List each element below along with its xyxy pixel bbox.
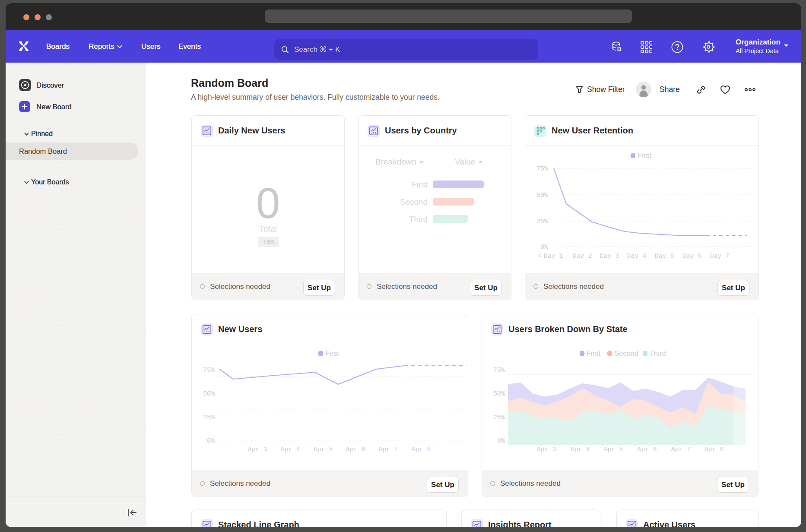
svg-text:Apr 5: Apr 5 [603, 446, 623, 453]
svg-text:First: First [587, 349, 600, 357]
svg-text:Apr 5: Apr 5 [313, 446, 333, 453]
svg-text:Apr 8: Apr 8 [411, 446, 431, 453]
svg-text:Apr 4: Apr 4 [280, 446, 300, 453]
svg-text:Apr 7: Apr 7 [671, 446, 690, 453]
svg-text:Apr 3: Apr 3 [536, 446, 556, 453]
svg-text:Day 6: Day 6 [682, 253, 701, 260]
svg-text:0%: 0% [540, 244, 549, 251]
svg-text:75%: 75% [536, 165, 549, 173]
svg-text:Apr 8: Apr 8 [704, 446, 723, 453]
svg-text:50%: 50% [493, 390, 505, 398]
svg-text:0%: 0% [497, 437, 505, 445]
svg-text:Apr 3: Apr 3 [248, 446, 267, 453]
svg-text:75%: 75% [203, 367, 215, 374]
svg-text:25%: 25% [493, 414, 505, 421]
svg-text:0%: 0% [207, 437, 215, 445]
svg-text:Day 4: Day 4 [627, 253, 646, 260]
svg-text:Apr 6: Apr 6 [637, 446, 657, 453]
svg-text:Day 2: Day 2 [572, 253, 592, 260]
svg-text:50%: 50% [203, 390, 215, 398]
svg-text:25%: 25% [203, 414, 215, 421]
svg-text:75%: 75% [493, 367, 505, 374]
svg-text:Day 3: Day 3 [600, 253, 619, 260]
svg-text:Third: Third [650, 349, 666, 357]
svg-text:Day 5: Day 5 [654, 253, 674, 260]
svg-text:50%: 50% [536, 192, 549, 199]
svg-text:Apr 7: Apr 7 [378, 446, 398, 453]
svg-text:Apr 6: Apr 6 [346, 446, 365, 453]
svg-text:Day 7: Day 7 [710, 253, 729, 260]
svg-text:Second: Second [614, 349, 638, 357]
svg-text:Apr 4: Apr 4 [570, 446, 590, 453]
svg-text:<: < [537, 253, 541, 260]
svg-text:Day 1: Day 1 [543, 253, 563, 260]
svg-text:First: First [325, 349, 339, 357]
svg-text:First: First [638, 152, 651, 159]
svg-text:25%: 25% [536, 218, 549, 225]
